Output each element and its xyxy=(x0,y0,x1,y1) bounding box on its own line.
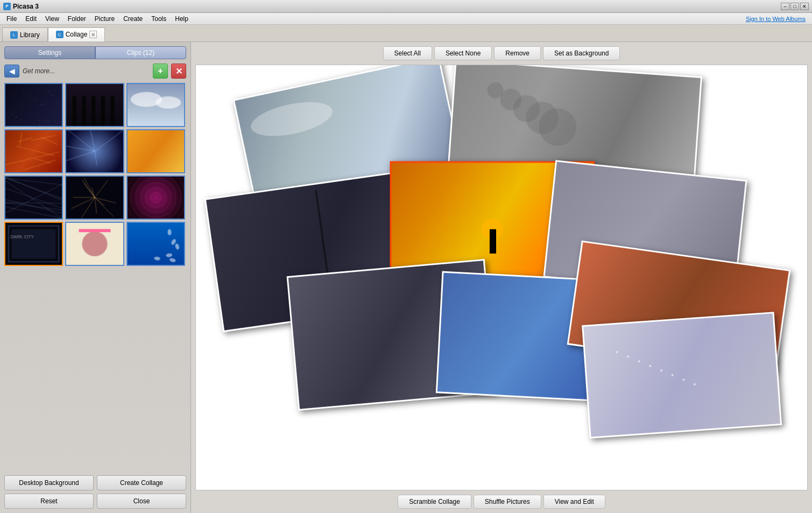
scramble-collage-button[interactable]: Scramble Collage xyxy=(398,495,471,509)
collage-area[interactable] xyxy=(195,65,808,490)
title-bar-controls[interactable]: – □ ✕ xyxy=(781,3,809,10)
maximize-button[interactable]: □ xyxy=(790,3,799,10)
get-more-label: Get more... xyxy=(23,67,150,75)
settings-tab[interactable]: Settings xyxy=(4,46,95,59)
main-area: Settings Clips (12) ◀ Get more... + ✕ xyxy=(0,42,812,513)
clip-8[interactable] xyxy=(65,175,124,220)
bottom-actions: Scramble Collage Shuffle Pictures View a… xyxy=(195,495,808,509)
select-all-button[interactable]: Select All xyxy=(383,46,432,60)
panel-tabs: Settings Clips (12) xyxy=(4,46,186,59)
signin-link[interactable]: Sign In to Web Albums xyxy=(746,16,810,22)
clip-1[interactable] xyxy=(4,83,63,127)
title-bar-left: P Picasa 3 xyxy=(3,3,39,10)
menu-bar: File Edit View Folder Picture Create Too… xyxy=(0,13,812,25)
add-clip-button[interactable]: + xyxy=(153,64,168,79)
get-more-row: ◀ Get more... + ✕ xyxy=(4,64,186,79)
clips-grid xyxy=(4,83,186,471)
title-bar: P Picasa 3 – □ ✕ xyxy=(0,0,812,13)
clip-3[interactable] xyxy=(126,83,185,127)
clips-tab[interactable]: Clips (12) xyxy=(95,46,186,59)
library-tab-label: Library xyxy=(20,31,40,39)
select-none-button[interactable]: Select None xyxy=(434,46,492,60)
clip-9[interactable] xyxy=(126,175,185,220)
app-title: Picasa 3 xyxy=(13,3,39,10)
back-button[interactable]: ◀ xyxy=(4,65,19,78)
menu-picture[interactable]: Picture xyxy=(90,14,119,24)
left-panel: Settings Clips (12) ◀ Get more... + ✕ xyxy=(0,42,191,513)
remove-clip-button[interactable]: ✕ xyxy=(171,64,186,79)
library-tab-icon: L xyxy=(10,31,18,39)
menu-view[interactable]: View xyxy=(41,14,63,24)
create-collage-button[interactable]: Create Collage xyxy=(97,475,186,490)
clips-scroll-wrapper xyxy=(4,83,186,471)
tab-collage[interactable]: C Collage ✕ xyxy=(48,27,105,41)
remove-button[interactable]: Remove xyxy=(494,46,541,60)
bottom-buttons: Desktop Background Create Collage Reset … xyxy=(4,475,186,509)
menu-bar-left: File Edit View Folder Picture Create Too… xyxy=(2,14,193,24)
desktop-background-button[interactable]: Desktop Background xyxy=(4,475,94,490)
top-actions: Select All Select None Remove Set as Bac… xyxy=(195,46,808,60)
menu-edit[interactable]: Edit xyxy=(21,14,41,24)
menu-help[interactable]: Help xyxy=(171,14,193,24)
reset-button[interactable]: Reset xyxy=(4,494,94,509)
tab-library[interactable]: L Library xyxy=(2,27,48,41)
collage-tab-close[interactable]: ✕ xyxy=(89,31,97,38)
clip-6[interactable] xyxy=(126,129,185,173)
menu-create[interactable]: Create xyxy=(119,14,147,24)
shuffle-pictures-button[interactable]: Shuffle Pictures xyxy=(474,495,541,509)
collage-tab-icon: C xyxy=(56,31,63,38)
clip-2[interactable] xyxy=(65,83,124,127)
app-icon: P xyxy=(3,3,11,10)
menu-folder[interactable]: Folder xyxy=(63,14,90,24)
menu-file[interactable]: File xyxy=(2,14,21,24)
clip-5[interactable] xyxy=(65,129,124,173)
tab-bar: L Library C Collage ✕ xyxy=(0,25,812,42)
view-and-edit-button[interactable]: View and Edit xyxy=(543,495,605,509)
close-window-button[interactable]: ✕ xyxy=(800,3,809,10)
minimize-button[interactable]: – xyxy=(781,3,789,10)
collage-tab-label: Collage xyxy=(66,31,88,38)
clip-7[interactable] xyxy=(4,175,63,220)
right-panel: Select All Select None Remove Set as Bac… xyxy=(191,42,812,513)
menu-tools[interactable]: Tools xyxy=(147,14,171,24)
set-as-background-button[interactable]: Set as Background xyxy=(543,46,620,60)
clip-11[interactable] xyxy=(65,222,124,266)
close-button[interactable]: Close xyxy=(97,494,186,509)
clip-4[interactable] xyxy=(4,129,63,173)
clip-10[interactable] xyxy=(4,222,63,266)
clip-12[interactable] xyxy=(126,222,185,266)
